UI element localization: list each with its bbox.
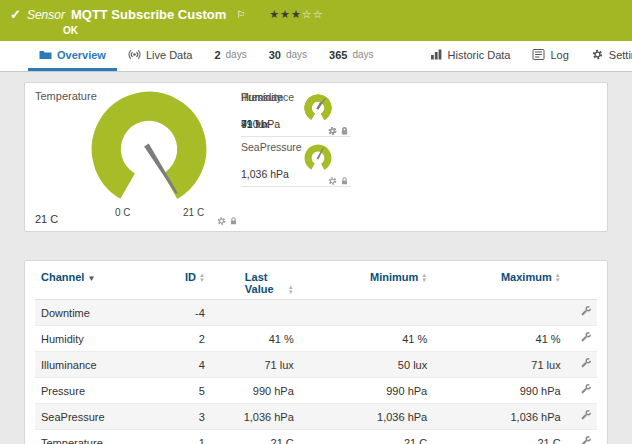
column-header-channel[interactable]: Channel▼ xyxy=(35,263,164,300)
small-gauges: Humidity 41 % Illuminance 71 lux xyxy=(241,91,601,225)
tab-label: Log xyxy=(550,49,568,61)
channels-table: Channel▼ ID▲▼ Last Value▲▼ Minimum▲▼ Max… xyxy=(35,263,597,444)
sort-desc-icon: ▼ xyxy=(87,274,95,283)
channel-last-value: 990 hPa xyxy=(211,378,300,404)
channel-id: -4 xyxy=(164,300,210,326)
channel-id: 5 xyxy=(164,378,210,404)
sort-arrows-icon: ▲▼ xyxy=(199,273,205,283)
column-header-maximum[interactable]: Maximum▲▼ xyxy=(433,263,566,300)
channel-settings-icon[interactable] xyxy=(580,332,591,343)
channel-last-value: 41 % xyxy=(211,326,300,352)
channel-maximum: 71 lux xyxy=(433,352,566,378)
channel-last-value xyxy=(211,300,300,326)
tab-label: Overview xyxy=(57,49,106,61)
sort-down-icon: ▼ xyxy=(421,278,427,283)
tab-30-days[interactable]: 30 days xyxy=(258,41,318,71)
gauge-value-temperature: 21 C xyxy=(35,213,58,225)
tab-live-data[interactable]: Live Data xyxy=(117,41,203,71)
channel-maximum: 41 % xyxy=(433,326,566,352)
lock-icon[interactable] xyxy=(340,126,349,136)
sort-down-icon: ▼ xyxy=(199,278,205,283)
tab-label: 365 xyxy=(329,49,347,61)
channel-settings-icon[interactable] xyxy=(580,410,591,421)
column-label: Last Value xyxy=(245,271,285,295)
page-content: Temperature 0 C 21 C 21 C Humidity 41 % xyxy=(0,72,632,444)
gauge-scale-min: 0 C xyxy=(115,207,131,218)
log-icon xyxy=(532,49,545,60)
gauge-pressure: Pressure 990 hPa xyxy=(241,91,351,139)
tab-sublabel: days xyxy=(226,49,247,60)
channel-name: Downtime xyxy=(35,300,164,326)
channel-last-value: 21 C xyxy=(211,430,300,444)
column-header-last-value[interactable]: Last Value▲▼ xyxy=(211,263,300,300)
column-header-minimum[interactable]: Minimum▲▼ xyxy=(300,263,433,300)
sensor-header-row: ✓ Sensor MQTT Subscribe Custom ⚐ ★★★☆☆ xyxy=(0,0,632,22)
divider xyxy=(241,136,351,137)
table-header-row: Channel▼ ID▲▼ Last Value▲▼ Minimum▲▼ Max… xyxy=(35,263,597,300)
channels-table-panel: Channel▼ ID▲▼ Last Value▲▼ Minimum▲▼ Max… xyxy=(24,260,608,444)
gauge-seapressure: SeaPressure 1,036 hPa xyxy=(241,141,351,189)
tab-settings[interactable]: Settings xyxy=(580,41,632,71)
channel-name: Humidity xyxy=(35,326,164,352)
column-header-tools xyxy=(567,263,597,300)
channel-settings-icon[interactable] xyxy=(580,384,591,395)
channel-maximum xyxy=(433,300,566,326)
object-kind-label: Sensor xyxy=(27,8,65,22)
channel-minimum: 21 C xyxy=(300,430,433,444)
tab-2-days[interactable]: 2 days xyxy=(203,41,257,71)
seapressure-gauge xyxy=(301,141,335,175)
channel-maximum: 990 hPa xyxy=(433,378,566,404)
tab-historic-data[interactable]: Historic Data xyxy=(419,41,522,71)
sensor-title: MQTT Subscribe Custom xyxy=(71,7,226,22)
gauge-tools xyxy=(328,176,349,186)
tab-overview[interactable]: Overview xyxy=(28,41,117,71)
flag-icon[interactable]: ⚐ xyxy=(236,9,245,20)
gauge-tools xyxy=(328,126,349,136)
channel-name: SeaPressure xyxy=(35,404,164,430)
channel-settings-icon[interactable] xyxy=(580,436,591,444)
pressure-gauge xyxy=(301,91,335,125)
channel-name: Temperature xyxy=(35,430,164,444)
gear-icon[interactable] xyxy=(217,216,226,226)
channel-id: 1 xyxy=(164,430,210,444)
column-label: Minimum xyxy=(370,271,418,283)
channel-settings-icon[interactable] xyxy=(580,306,591,317)
tab-365-days[interactable]: 365 days xyxy=(318,41,384,71)
channel-minimum: 1,036 hPa xyxy=(300,404,433,430)
sensor-header: ✓ Sensor MQTT Subscribe Custom ⚐ ★★★☆☆ O… xyxy=(0,0,632,41)
channel-id: 4 xyxy=(164,352,210,378)
sort-down-icon: ▼ xyxy=(555,278,561,283)
priority-stars[interactable]: ★★★☆☆ xyxy=(269,8,323,21)
lock-icon[interactable] xyxy=(340,176,349,186)
tab-bar: Overview Live Data 2 days 30 days 365 da… xyxy=(0,41,632,72)
sort-arrows-icon: ▲▼ xyxy=(421,273,427,283)
gear-icon[interactable] xyxy=(328,126,337,136)
channel-name: Illuminance xyxy=(35,352,164,378)
star-empty-icon[interactable]: ☆☆ xyxy=(302,8,324,20)
channel-last-value: 1,036 hPa xyxy=(211,404,300,430)
tab-sublabel: days xyxy=(352,49,373,60)
tab-label: Historic Data xyxy=(448,49,511,61)
tab-log[interactable]: Log xyxy=(521,41,579,71)
column-header-id[interactable]: ID▲▼ xyxy=(164,263,210,300)
chart-icon xyxy=(430,49,443,60)
column-label: Channel xyxy=(41,271,84,283)
table-row: Temperature 1 21 C 21 C 21 C xyxy=(35,430,597,444)
channel-maximum: 21 C xyxy=(433,430,566,444)
table-row: Illuminance 4 71 lux 50 lux 71 lux xyxy=(35,352,597,378)
sort-down-icon: ▼ xyxy=(288,290,294,295)
channel-settings-icon[interactable] xyxy=(580,358,591,369)
status-badge: OK xyxy=(63,25,78,36)
gear-icon[interactable] xyxy=(328,176,337,186)
gauge-tools xyxy=(217,216,238,226)
lock-icon[interactable] xyxy=(229,216,238,226)
star-filled-icon[interactable]: ★★★ xyxy=(269,8,302,20)
channel-id: 3 xyxy=(164,404,210,430)
gauge-value: 1,036 hPa xyxy=(241,168,289,180)
gear-icon xyxy=(591,49,604,60)
channel-minimum: 990 hPa xyxy=(300,378,433,404)
tab-sublabel: days xyxy=(286,49,307,60)
channel-id: 2 xyxy=(164,326,210,352)
divider xyxy=(241,186,351,187)
gauges-panel: Temperature 0 C 21 C 21 C Humidity 41 % xyxy=(24,82,608,232)
